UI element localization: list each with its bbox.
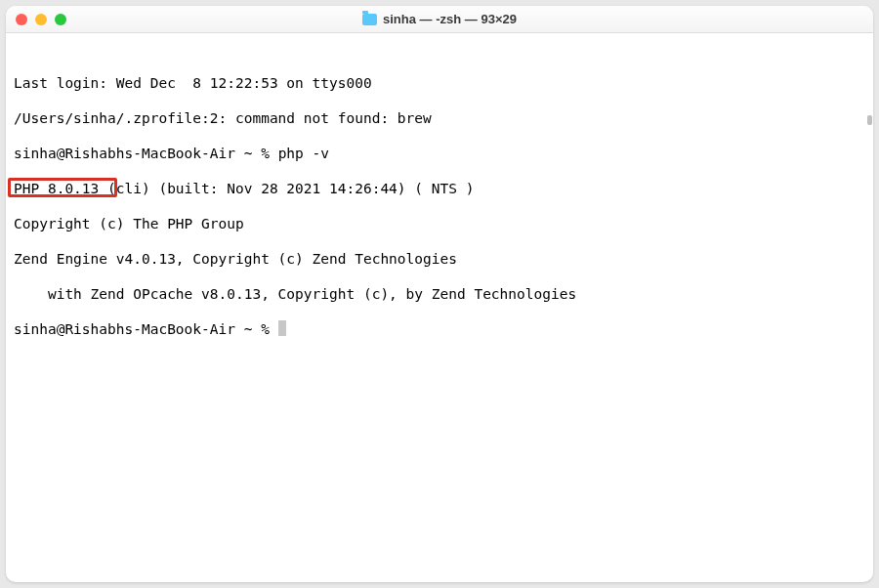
traffic-lights: [16, 14, 66, 25]
folder-icon: [362, 14, 377, 25]
window-titlebar[interactable]: sinha — -zsh — 93×29: [6, 6, 873, 33]
terminal-window: sinha — -zsh — 93×29 Last login: Wed Dec…: [6, 6, 873, 582]
scrollbar-thumb[interactable]: [867, 115, 872, 125]
shell-prompt: sinha@Rishabhs-MacBook-Air ~ %: [14, 146, 278, 161]
window-title: sinha — -zsh — 93×29: [383, 12, 517, 26]
output-line: Last login: Wed Dec 8 12:22:53 on ttys00…: [14, 74, 865, 92]
output-line: Copyright (c) The PHP Group: [14, 215, 865, 232]
php-version: PHP 8.0.13: [14, 181, 107, 196]
prompt-line: sinha@Rishabhs-MacBook-Air ~ % php -v: [14, 145, 865, 162]
window-title-wrap: sinha — -zsh — 93×29: [6, 12, 873, 26]
php-build-info: (cli) (built: Nov 28 2021 14:26:44) ( NT…: [107, 181, 474, 196]
shell-prompt: sinha@Rishabhs-MacBook-Air ~ %: [14, 321, 278, 337]
output-line: Zend Engine v4.0.13, Copyright (c) Zend …: [14, 250, 865, 268]
output-line: with Zend OPcache v8.0.13, Copyright (c)…: [14, 285, 865, 303]
entered-command: php -v: [278, 146, 329, 161]
output-line: /Users/sinha/.zprofile:2: command not fo…: [14, 109, 865, 127]
zoom-button[interactable]: [55, 14, 66, 25]
minimize-button[interactable]: [35, 14, 47, 25]
close-button[interactable]: [16, 14, 27, 25]
text-cursor: [278, 320, 286, 336]
output-line: PHP 8.0.13 (cli) (built: Nov 28 2021 14:…: [14, 180, 865, 197]
prompt-line: sinha@Rishabhs-MacBook-Air ~ %: [14, 320, 865, 338]
terminal-body[interactable]: Last login: Wed Dec 8 12:22:53 on ttys00…: [6, 33, 873, 582]
